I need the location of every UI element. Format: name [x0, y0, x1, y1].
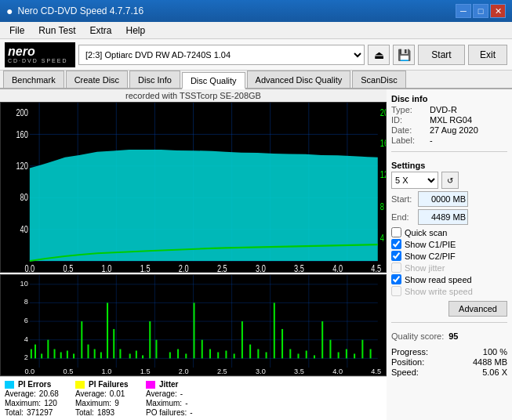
settings-section: Settings Maximum1 X2 X4 X5 X8 X ↺ Start:…	[391, 161, 507, 317]
svg-rect-98	[354, 353, 355, 358]
svg-rect-77	[185, 353, 187, 358]
svg-rect-90	[289, 349, 291, 359]
tab-bar: BenchmarkCreate DiscDisc InfoDisc Qualit…	[0, 71, 512, 89]
pi-failures-max-label: Maximum:	[75, 399, 111, 407]
svg-rect-88	[274, 302, 275, 358]
quick-scan-label: Quick scan	[405, 228, 447, 237]
svg-rect-72	[142, 355, 143, 358]
show-c1-checkbox[interactable]	[391, 239, 401, 249]
quick-scan-row: Quick scan	[391, 227, 507, 237]
type-value: DVD-R	[430, 105, 457, 114]
show-jitter-checkbox[interactable]	[391, 262, 401, 273]
jitter-max-value: -	[185, 399, 187, 407]
save-icon[interactable]: 💾	[393, 45, 415, 65]
show-read-speed-checkbox[interactable]	[391, 274, 401, 284]
svg-rect-62	[73, 353, 74, 358]
tab-disc-info[interactable]: Disc Info	[129, 71, 180, 88]
svg-rect-74	[155, 340, 157, 359]
svg-rect-57	[41, 353, 42, 358]
svg-text:3.5: 3.5	[294, 368, 304, 375]
svg-rect-60	[60, 352, 62, 358]
menu-item-help[interactable]: Help	[120, 24, 152, 38]
app-title: Nero CD-DVD Speed 4.7.7.16	[17, 5, 143, 16]
svg-text:40: 40	[20, 223, 28, 234]
toolbar: nero CD·DVD SPEED [2:3] Optiarc DVD RW A…	[0, 39, 512, 71]
svg-rect-68	[113, 329, 114, 358]
pi-failures-legend-color	[75, 381, 85, 389]
jitter-avg-value: -	[180, 389, 183, 398]
jitter-max-label: Maximum:	[146, 399, 182, 407]
svg-rect-82	[225, 350, 227, 358]
logo-nero-text: nero	[8, 45, 35, 58]
start-button[interactable]: Start	[418, 45, 465, 65]
speed-label: Speed:	[391, 368, 419, 377]
pi-errors-stats: PI Errors Average: 20.68 Maximum: 120 To…	[5, 380, 67, 417]
menu-item-file[interactable]: File	[3, 24, 31, 38]
svg-rect-91	[297, 353, 299, 358]
tab-benchmark[interactable]: Benchmark	[3, 71, 64, 88]
svg-rect-70	[129, 353, 131, 358]
speed-selector[interactable]: Maximum1 X2 X4 X5 X8 X	[391, 172, 438, 189]
pi-failures-max-value: 9	[114, 399, 119, 407]
tab-create-disc[interactable]: Create Disc	[66, 71, 128, 88]
progress-section: Progress: 100 % Position: 4488 MB Speed:…	[391, 347, 507, 378]
speed-row: Maximum1 X2 X4 X5 X8 X ↺	[391, 172, 507, 189]
drive-selector[interactable]: [2:3] Optiarc DVD RW AD-7240S 1.04	[78, 45, 365, 65]
svg-text:1.5: 1.5	[140, 368, 151, 375]
menu-item-extra[interactable]: Extra	[83, 24, 118, 38]
maximize-button[interactable]: □	[473, 4, 488, 18]
svg-rect-73	[149, 321, 151, 358]
jitter-stats: Jitter Average: - Maximum: - PO failures…	[146, 380, 209, 417]
pi-errors-total-value: 371297	[27, 408, 53, 417]
tab-scandisc[interactable]: ScanDisc	[352, 71, 405, 88]
jitter-legend-color	[146, 381, 155, 389]
chart-container: recorded with TSSTcorp SE-208GB	[0, 89, 387, 420]
svg-text:1.0: 1.0	[102, 368, 112, 375]
quality-score-value: 95	[448, 331, 458, 341]
show-c2-label: Show C2/PIF	[405, 252, 456, 261]
svg-rect-86	[257, 349, 259, 359]
svg-rect-61	[67, 350, 68, 358]
show-c2-checkbox[interactable]	[391, 251, 401, 261]
show-read-speed-row: Show read speed	[391, 274, 507, 284]
show-write-speed-row: Show write speed	[391, 286, 507, 296]
date-key: Date:	[391, 125, 427, 135]
po-failures-label: PO failures:	[146, 408, 187, 417]
tab-disc-quality[interactable]: Disc Quality	[182, 72, 245, 89]
svg-text:200: 200	[16, 107, 27, 118]
svg-rect-66	[100, 352, 102, 358]
svg-rect-81	[217, 352, 219, 358]
app-logo: nero CD·DVD SPEED	[5, 42, 75, 67]
svg-rect-89	[281, 329, 283, 358]
svg-rect-93	[314, 355, 315, 358]
show-read-speed-label: Show read speed	[405, 275, 472, 284]
menu-item-run test[interactable]: Run Test	[32, 24, 82, 38]
tab-advanced-disc-quality[interactable]: Advanced Disc Quality	[247, 71, 351, 88]
eject-icon[interactable]: ⏏	[368, 45, 390, 65]
refresh-icon[interactable]: ↺	[441, 172, 459, 189]
svg-text:0.0: 0.0	[24, 263, 34, 272]
show-c1-row: Show C1/PIE	[391, 239, 507, 249]
svg-rect-65	[94, 349, 96, 359]
pi-errors-label: PI Errors	[18, 380, 51, 389]
svg-rect-69	[119, 349, 121, 359]
pi-failures-stats: PI Failures Average: 0.01 Maximum: 9 Tot…	[75, 380, 138, 417]
jitter-avg-label: Average:	[146, 389, 177, 398]
svg-rect-94	[321, 321, 323, 358]
main-content: recorded with TSSTcorp SE-208GB	[0, 89, 512, 420]
end-input[interactable]: 4489 MB	[418, 209, 468, 225]
advanced-button[interactable]: Advanced	[448, 301, 507, 317]
start-input[interactable]: 0000 MB	[418, 191, 468, 207]
logo-cddvd-text: CD·DVD SPEED	[8, 58, 68, 63]
pi-errors-max-value: 120	[44, 399, 57, 407]
quick-scan-checkbox[interactable]	[391, 227, 401, 237]
svg-text:4: 4	[380, 233, 384, 244]
show-write-speed-checkbox[interactable]	[391, 286, 401, 296]
lower-chart: 10 8 6 4 2	[0, 274, 387, 376]
minimize-button[interactable]: ─	[456, 4, 471, 18]
sidebar: Disc info Type: DVD-R ID: MXL RG04 Date:…	[387, 89, 512, 420]
exit-button[interactable]: Exit	[468, 45, 507, 65]
close-button[interactable]: ✕	[490, 4, 506, 18]
svg-rect-96	[338, 352, 340, 358]
svg-rect-85	[249, 345, 251, 359]
